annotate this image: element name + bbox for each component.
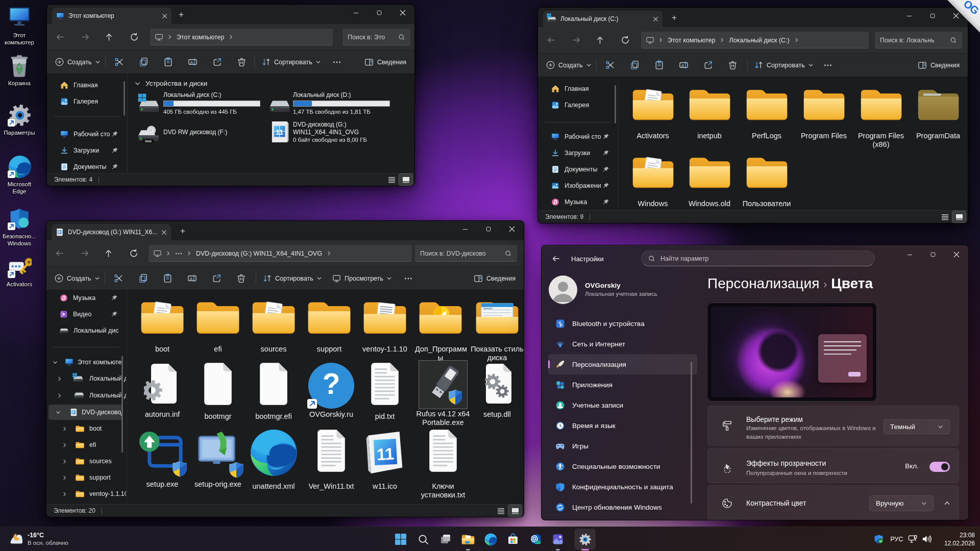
- svg-text:NEW: NEW: [535, 541, 541, 544]
- svg-text:A: A: [190, 60, 193, 65]
- svg-text:A: A: [681, 63, 684, 68]
- svg-text:A: A: [190, 277, 193, 281]
